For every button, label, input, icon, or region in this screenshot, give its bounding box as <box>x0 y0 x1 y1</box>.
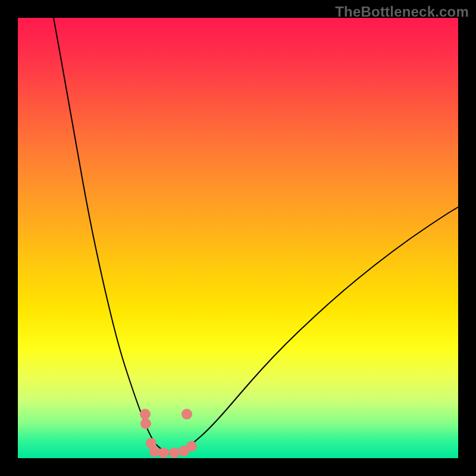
plot-area <box>18 18 458 458</box>
bottom-marker-dots <box>140 409 197 458</box>
marker-dot <box>181 409 192 419</box>
right-curve <box>173 207 458 455</box>
marker-dot <box>140 409 151 419</box>
marker-dot <box>140 418 151 429</box>
marker-dot <box>186 441 197 452</box>
curves-svg <box>18 18 458 458</box>
marker-dot <box>158 447 169 458</box>
chart-frame: TheBottleneck.com <box>0 0 476 476</box>
left-curve <box>54 18 173 455</box>
marker-dot <box>169 447 180 458</box>
